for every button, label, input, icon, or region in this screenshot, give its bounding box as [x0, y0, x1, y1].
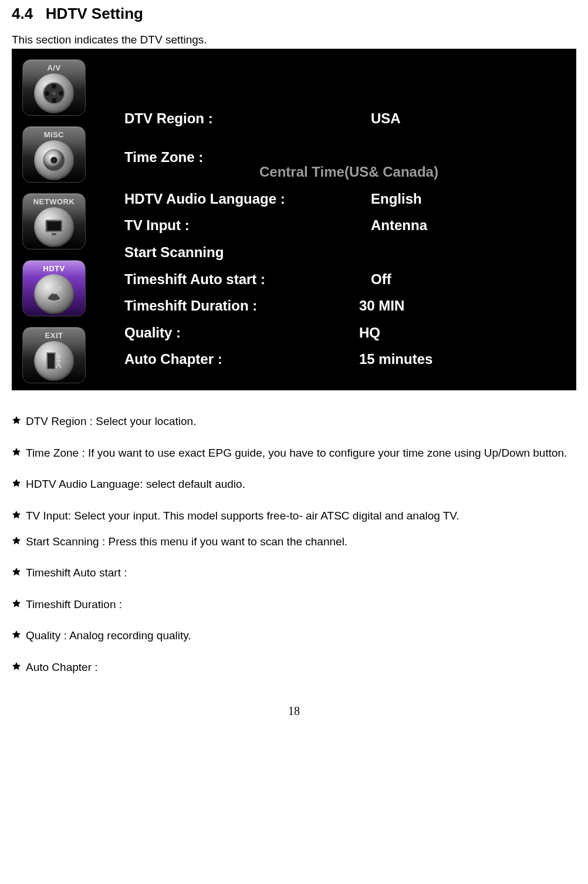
- sidebar-item-network[interactable]: NETWORK: [22, 193, 86, 249]
- exit-icon: [34, 341, 74, 381]
- page-number: 18: [12, 704, 576, 718]
- desc-auto-chapter: Auto Chapter :: [12, 660, 576, 675]
- setting-audio-language[interactable]: HDTV Audio Language : English: [124, 189, 553, 209]
- setting-label: TV Input :: [124, 215, 371, 235]
- section-title-text: HDTV Setting: [46, 5, 143, 22]
- svg-point-1: [52, 84, 56, 89]
- setting-value: USA: [371, 109, 553, 129]
- setting-label: Quality :: [124, 323, 371, 343]
- desc-text: Quality : Analog recording quality.: [26, 628, 191, 643]
- desc-timeshift-auto: Timeshift Auto start :: [12, 565, 576, 581]
- description-list: DTV Region : Select your location. Time …: [12, 414, 576, 675]
- network-monitor-icon: [34, 207, 74, 247]
- bullet-icon: [12, 478, 21, 488]
- desc-text: DTV Region : Select your location.: [26, 414, 196, 429]
- svg-point-5: [52, 92, 56, 95]
- desc-text: Start Scanning : Press this menu if you …: [26, 534, 347, 549]
- setting-value: 15 minutes: [359, 349, 553, 369]
- bullet-icon: [12, 536, 21, 545]
- setting-label: Timeshift Duration :: [124, 296, 371, 316]
- section-heading: 4.4 HDTV Setting: [12, 5, 576, 23]
- desc-text: Auto Chapter :: [26, 660, 98, 675]
- setting-value: HQ: [359, 323, 553, 343]
- setting-label: HDTV Audio Language :: [124, 189, 371, 209]
- bullet-icon: [12, 662, 21, 671]
- film-reel-icon: [34, 73, 74, 113]
- setting-auto-chapter[interactable]: Auto Chapter : 15 minutes: [124, 349, 553, 369]
- desc-start-scanning: Start Scanning : Press this menu if you …: [12, 534, 576, 549]
- svg-line-11: [54, 288, 60, 294]
- svg-point-12: [59, 286, 62, 289]
- svg-point-3: [45, 91, 49, 96]
- setting-timeshift-duration[interactable]: Timeshift Duration : 30 MIN: [124, 296, 553, 316]
- setting-value: Off: [371, 269, 553, 289]
- setting-start-scanning[interactable]: Start Scanning: [124, 242, 553, 262]
- setting-label: DTV Region :: [124, 109, 371, 129]
- svg-point-7: [50, 157, 58, 164]
- sidebar-item-av[interactable]: A/V: [22, 59, 86, 116]
- svg-rect-13: [47, 353, 55, 369]
- sidebar-item-label: A/V: [23, 63, 85, 72]
- bullet-icon: [12, 510, 21, 519]
- bullet-icon: [12, 416, 21, 425]
- bullet-icon: [12, 630, 21, 639]
- setting-label: Timeshift Auto start :: [124, 269, 371, 289]
- desc-quality: Quality : Analog recording quality.: [12, 628, 576, 643]
- sidebar-item-label: EXIT: [23, 331, 85, 340]
- setting-value: Central Time(US& Canada): [124, 162, 553, 182]
- desc-dtv-region: DTV Region : Select your location.: [12, 414, 576, 429]
- sidebar-item-label: HDTV: [23, 264, 85, 273]
- gear-disc-icon: [34, 140, 74, 180]
- desc-audio-lang: HDTV Audio Language: select default audi…: [12, 477, 576, 492]
- desc-text: TV Input: Select your input. This model …: [26, 508, 459, 524]
- sidebar-item-label: MISC: [23, 130, 85, 139]
- setting-value: 30 MIN: [359, 296, 553, 316]
- desc-tv-input: TV Input: Select your input. This model …: [12, 508, 576, 524]
- svg-point-14: [57, 355, 60, 358]
- sidebar-item-label: NETWORK: [23, 197, 85, 206]
- setting-time-zone-value-row: Central Time(US& Canada): [124, 162, 553, 182]
- settings-sidebar: A/V MISC: [22, 59, 86, 383]
- desc-timeshift-dur: Timeshift Duration :: [12, 597, 576, 612]
- setting-tv-input[interactable]: TV Input : Antenna: [124, 215, 553, 235]
- sidebar-item-misc[interactable]: MISC: [22, 126, 86, 183]
- setting-value: [371, 242, 553, 262]
- section-intro: This section indicates the DTV settings.: [12, 33, 576, 46]
- settings-screenshot: A/V MISC: [12, 49, 576, 390]
- svg-rect-10: [52, 233, 56, 235]
- sidebar-item-exit[interactable]: EXIT: [22, 327, 86, 383]
- dish-antenna-icon: [34, 274, 74, 314]
- svg-rect-9: [48, 222, 60, 230]
- sidebar-item-hdtv[interactable]: HDTV: [22, 260, 86, 316]
- desc-text: HDTV Audio Language: select default audi…: [26, 477, 245, 492]
- setting-value: English: [371, 189, 553, 209]
- setting-label: Auto Chapter :: [124, 349, 371, 369]
- setting-value: Antenna: [371, 215, 553, 235]
- setting-dtv-region[interactable]: DTV Region : USA: [124, 109, 553, 129]
- bullet-icon: [12, 599, 21, 608]
- svg-point-2: [52, 98, 56, 103]
- svg-point-4: [59, 91, 63, 96]
- bullet-icon: [12, 567, 21, 576]
- bullet-icon: [12, 447, 21, 457]
- settings-panel: DTV Region : USA Time Zone : Central Tim…: [124, 102, 553, 376]
- setting-quality[interactable]: Quality : HQ: [124, 323, 553, 343]
- section-number: 4.4: [12, 5, 33, 22]
- setting-label: Start Scanning: [124, 242, 371, 262]
- desc-text: Timeshift Auto start :: [26, 565, 127, 581]
- desc-time-zone: Time Zone : If you want to use exact EPG…: [12, 446, 576, 461]
- desc-text: Time Zone : If you want to use exact EPG…: [26, 446, 567, 461]
- desc-text: Timeshift Duration :: [26, 597, 122, 612]
- setting-timeshift-autostart[interactable]: Timeshift Auto start : Off: [124, 269, 553, 289]
